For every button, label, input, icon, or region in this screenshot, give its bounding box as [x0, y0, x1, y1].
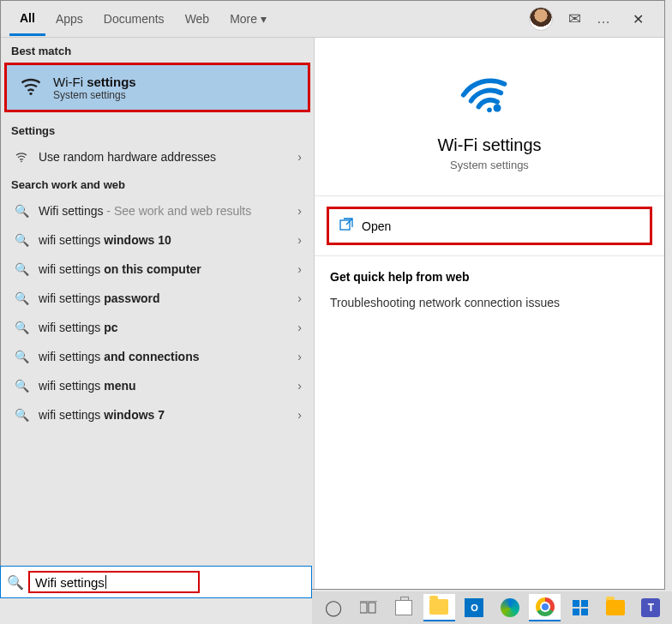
settings-item-label: Use random hardware addresses: [39, 150, 297, 164]
taskbar-app-outlook[interactable]: O: [459, 594, 490, 621]
taskbar: ◯ O T: [312, 591, 672, 624]
chevron-right-icon: ›: [297, 233, 302, 247]
svg-point-2: [494, 105, 501, 112]
tab-more[interactable]: More ▾: [219, 3, 277, 34]
chevron-right-icon: ›: [297, 379, 302, 393]
wifi-icon: [323, 62, 656, 127]
section-search-web: Search work and web: [1, 171, 314, 196]
web-suggestion[interactable]: 🔍 wifi settings windows 7 ›: [1, 400, 314, 429]
search-icon: 🔍: [13, 233, 30, 247]
chevron-right-icon: ›: [297, 408, 302, 422]
search-icon: 🔍: [13, 291, 30, 305]
detail-subtitle: System settings: [323, 159, 656, 171]
open-action[interactable]: Open: [327, 207, 652, 245]
results-list: Best match Wi-Fi settings System setting…: [1, 38, 314, 589]
taskbar-app-generic[interactable]: [564, 594, 596, 621]
detail-pane: Wi-Fi settings System settings Open Get …: [314, 38, 664, 589]
chevron-right-icon: ›: [297, 262, 302, 276]
chevron-right-icon: ›: [297, 204, 302, 218]
search-icon: 🔍: [13, 408, 30, 422]
help-header: Get quick help from web: [315, 265, 664, 292]
section-settings: Settings: [1, 117, 314, 142]
chevron-right-icon: ›: [297, 150, 302, 164]
web-suggestion[interactable]: 🔍 wifi settings windows 10 ›: [1, 225, 314, 255]
search-panel: All Apps Documents Web More ▾ ✉ … ✕ Best…: [0, 0, 665, 590]
svg-point-1: [21, 160, 22, 162]
search-icon: 🔍: [13, 350, 30, 363]
chevron-right-icon: ›: [297, 350, 302, 363]
search-input-container[interactable]: 🔍 Wifi settings: [0, 566, 312, 598]
chevron-right-icon: ›: [297, 291, 302, 305]
tab-web[interactable]: Web: [175, 3, 220, 34]
tab-documents[interactable]: Documents: [93, 3, 175, 34]
more-options-icon[interactable]: …: [597, 11, 612, 27]
search-input[interactable]: Wifi settings: [28, 571, 200, 593]
web-suggestion[interactable]: 🔍 Wifi settings - See work and web resul…: [1, 196, 314, 225]
svg-rect-5: [369, 603, 375, 613]
section-best-match: Best match: [1, 38, 314, 63]
tab-all[interactable]: All: [9, 3, 45, 36]
web-suggestion[interactable]: 🔍 wifi settings menu ›: [1, 371, 314, 400]
open-icon: [339, 218, 353, 234]
settings-item-random-mac[interactable]: Use random hardware addresses ›: [1, 142, 314, 171]
cortana-button[interactable]: ◯: [317, 594, 349, 621]
taskbar-app-explorer[interactable]: [423, 594, 455, 621]
taskbar-app-teams[interactable]: T: [635, 594, 667, 621]
search-icon: 🔍: [13, 379, 30, 393]
best-match-title: Wi-Fi settings: [53, 75, 136, 89]
svg-point-0: [29, 93, 32, 95]
search-icon: 🔍: [13, 204, 30, 218]
filter-tabs: All Apps Documents Web More ▾ ✉ … ✕: [1, 1, 664, 37]
search-icon: 🔍: [1, 574, 30, 591]
wifi-icon: [19, 74, 43, 101]
close-button[interactable]: ✕: [627, 6, 649, 33]
taskbar-app-chrome[interactable]: [529, 594, 561, 621]
wifi-icon: [13, 150, 30, 164]
best-match-subtitle: System settings: [53, 89, 136, 101]
taskbar-app-generic[interactable]: [600, 594, 632, 621]
svg-rect-4: [360, 603, 367, 613]
search-icon: 🔍: [13, 262, 30, 276]
web-suggestion[interactable]: 🔍 wifi settings and connections ›: [1, 342, 314, 371]
open-label: Open: [362, 219, 391, 233]
best-match-item[interactable]: Wi-Fi settings System settings: [4, 63, 310, 112]
user-avatar[interactable]: [529, 7, 553, 31]
search-icon: 🔍: [13, 321, 30, 334]
help-link[interactable]: Troubleshooting network connection issue…: [315, 292, 664, 313]
tab-apps[interactable]: Apps: [45, 3, 93, 34]
detail-title: Wi-Fi settings: [323, 135, 656, 155]
web-suggestion[interactable]: 🔍 wifi settings pc ›: [1, 313, 314, 342]
feedback-icon[interactable]: ✉: [568, 9, 581, 28]
taskbar-app-store[interactable]: [387, 594, 419, 621]
web-suggestion[interactable]: 🔍 wifi settings password ›: [1, 284, 314, 313]
chevron-right-icon: ›: [297, 321, 302, 334]
svg-rect-3: [340, 220, 350, 230]
web-suggestion[interactable]: 🔍 wifi settings on this computer ›: [1, 255, 314, 284]
task-view-button[interactable]: [352, 594, 384, 621]
taskbar-app-edge[interactable]: [494, 594, 525, 621]
